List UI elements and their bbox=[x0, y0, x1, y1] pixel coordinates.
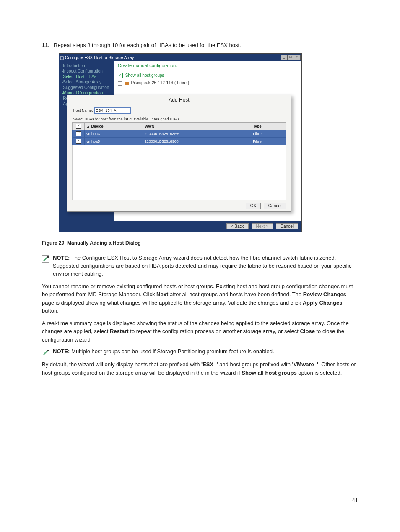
row-checkbox[interactable]: ✓ bbox=[76, 131, 81, 136]
col-check[interactable]: ✓ bbox=[73, 123, 85, 130]
add-host-dialog: Add Host Host Name: Select HBAs for host… bbox=[67, 95, 291, 212]
step-line: 11. Repeat steps 8 through 10 for each p… bbox=[42, 42, 358, 48]
close-icon[interactable]: × bbox=[294, 55, 301, 60]
nav-select-hbas[interactable]: -Select Host HBAs bbox=[59, 74, 114, 79]
create-manual-link[interactable]: Create manual configuration. bbox=[118, 63, 298, 68]
paragraph: By default, the wizard will only display… bbox=[42, 360, 358, 377]
note-block: NOTE: The Configure ESX Host to Storage … bbox=[42, 254, 358, 278]
cell-wwn: 2100001B32818968 bbox=[143, 138, 251, 145]
col-device: ▲ Device bbox=[85, 123, 143, 130]
note-label: NOTE: bbox=[53, 348, 70, 355]
note-text: Multiple host groups can be used if Stor… bbox=[70, 348, 274, 355]
page-number: 41 bbox=[352, 497, 358, 503]
next-button[interactable]: Next > bbox=[252, 223, 273, 229]
tree-collapse-icon[interactable]: - bbox=[118, 81, 122, 86]
window-title: Configure ESX Host to Storage Array bbox=[64, 55, 281, 60]
nav-introduction[interactable]: -Introduction bbox=[59, 63, 114, 68]
wizard-footer: < Back Next > Cancel bbox=[59, 221, 301, 232]
cell-device: vmhba5 bbox=[85, 138, 143, 145]
col-type: Type bbox=[251, 123, 286, 130]
nav-inspect[interactable]: -Inspect Configuration bbox=[59, 68, 114, 74]
minimize-icon[interactable]: _ bbox=[281, 55, 287, 60]
nav-select-array[interactable]: -Select Storage Array bbox=[59, 79, 114, 85]
cell-type: Fibre bbox=[251, 130, 286, 138]
note-icon bbox=[42, 255, 49, 263]
app-icon: ◱ bbox=[59, 55, 64, 60]
paragraph: A real-time summary page is displayed sh… bbox=[42, 319, 358, 344]
host-name-label: Host Name: bbox=[73, 108, 93, 112]
add-host-title: Add Host bbox=[67, 95, 291, 107]
hba-table: ✓ ▲ Device WWN Type ✓ vmhba3 2100001B328… bbox=[72, 122, 286, 145]
show-all-checkbox[interactable]: ✓ bbox=[118, 73, 123, 78]
cell-type: Fibre bbox=[251, 138, 286, 145]
note-text: The Configure ESX Host to Storage Array … bbox=[53, 255, 352, 277]
svg-rect-1 bbox=[47, 256, 49, 258]
nav-suggested[interactable]: -Suggested Configuration bbox=[59, 85, 114, 90]
paragraph: You cannot rename or remove existing con… bbox=[42, 282, 358, 315]
wizard-window: ◱ Configure ESX Host to Storage Array _ … bbox=[59, 53, 302, 232]
tree-item-label: Pikespeak-26-112-113 ( Fibre ) bbox=[131, 81, 189, 85]
table-empty-area bbox=[72, 145, 286, 200]
ok-button[interactable]: OK bbox=[246, 203, 261, 209]
note-block: NOTE: Multiple host groups can be used i… bbox=[42, 348, 358, 356]
show-all-label: Show all host groups bbox=[125, 73, 164, 78]
table-row[interactable]: ✓ vmhba3 2100001B328163EE Fibre bbox=[73, 130, 286, 138]
col-wwn: WWN bbox=[143, 123, 251, 130]
figure-caption: Figure 29. Manually Adding a Host Dialog bbox=[42, 240, 358, 246]
row-checkbox[interactable]: ✓ bbox=[76, 139, 81, 144]
titlebar: ◱ Configure ESX Host to Storage Array _ … bbox=[59, 54, 301, 61]
figure-screenshot: ◱ Configure ESX Host to Storage Array _ … bbox=[59, 53, 302, 232]
wizard-cancel-button[interactable]: Cancel bbox=[276, 223, 298, 229]
select-hbas-text: Select HBAs for host from the list of av… bbox=[67, 115, 291, 122]
step-text: Repeat steps 8 through 10 for each pair … bbox=[54, 42, 358, 48]
cell-wwn: 2100001B328163EE bbox=[143, 130, 251, 138]
note-label: NOTE: bbox=[53, 255, 70, 261]
cancel-button[interactable]: Cancel bbox=[264, 203, 286, 209]
table-row[interactable]: ✓ vmhba5 2100001B32818968 Fibre bbox=[73, 138, 286, 145]
hostgroup-icon bbox=[125, 82, 129, 85]
svg-rect-3 bbox=[47, 350, 49, 351]
host-group-tree-item[interactable]: - Pikespeak-26-112-113 ( Fibre ) bbox=[118, 81, 298, 85]
maximize-icon[interactable]: □ bbox=[287, 55, 294, 60]
cell-device: vmhba3 bbox=[85, 130, 143, 138]
step-number: 11. bbox=[42, 42, 54, 48]
back-button[interactable]: < Back bbox=[226, 223, 249, 229]
note-icon bbox=[42, 349, 49, 356]
host-name-input[interactable] bbox=[94, 107, 131, 114]
